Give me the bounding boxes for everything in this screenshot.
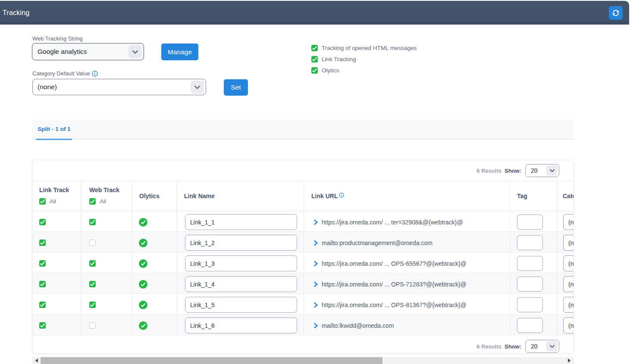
category-default-value-select[interactable]: (none) <box>32 79 206 95</box>
tag-input[interactable] <box>517 235 543 250</box>
link-name-input[interactable] <box>185 276 297 292</box>
cell-olytics <box>132 294 177 314</box>
tab-split[interactable]: Split - 1 of 1 <box>36 119 72 140</box>
link-track-all-checkbox[interactable] <box>39 198 46 205</box>
chevron-right-icon[interactable] <box>313 240 318 246</box>
category-value: (none) <box>568 260 574 267</box>
link-tracking-checkbox[interactable] <box>311 56 318 62</box>
category-default-value-label-text: Category Default Value <box>32 70 90 77</box>
web-track-checkbox[interactable] <box>89 281 96 287</box>
tag-input[interactable] <box>517 277 543 292</box>
olytics-check-badge[interactable] <box>139 280 147 289</box>
link-track-checkbox[interactable] <box>39 322 46 329</box>
web-tracking-string-select[interactable]: Google analytics <box>32 43 144 60</box>
cell-link-track <box>32 294 81 314</box>
table-row: https://jira.omeda.com/ ... OPS-65567?@{… <box>32 252 574 273</box>
tag-input[interactable] <box>517 318 543 333</box>
check-icon <box>40 282 45 286</box>
category-select[interactable]: (none) <box>563 255 574 271</box>
olytics-check-badge[interactable] <box>139 259 147 268</box>
option-tracking-opened: Tracking of opened HTML messages <box>311 44 417 51</box>
check-icon <box>141 303 146 307</box>
link-name-input[interactable] <box>185 235 297 251</box>
scroll-right-arrow[interactable] <box>566 357 573 364</box>
olytics-check-badge[interactable] <box>139 301 147 309</box>
link-track-checkbox[interactable] <box>39 260 46 267</box>
scrollbar-thumb[interactable] <box>41 357 382 364</box>
olytics-check-badge[interactable] <box>139 218 147 227</box>
page-title: Tracking <box>3 1 29 25</box>
chevron-right-icon[interactable] <box>313 302 318 308</box>
chevron-right-icon[interactable] <box>313 323 318 329</box>
results-count: 6 Results <box>476 343 501 350</box>
web-track-checkbox[interactable] <box>89 322 96 329</box>
option-olytics: Olytics <box>311 67 417 74</box>
check-icon <box>40 240 45 245</box>
category-select[interactable]: (none) <box>563 214 574 230</box>
web-track-checkbox[interactable] <box>89 219 96 225</box>
web-track-checkbox[interactable] <box>89 302 96 308</box>
cell-web-track <box>81 232 132 252</box>
web-track-all-checkbox[interactable] <box>89 198 96 205</box>
check-icon <box>312 46 317 50</box>
manage-button[interactable]: Manage <box>161 44 198 60</box>
link-track-checkbox[interactable] <box>39 219 46 225</box>
category-select[interactable]: (none) <box>563 235 574 251</box>
table-row: https://jira.omeda.com/ ... OPS-71283?@{… <box>32 273 574 294</box>
cell-link-track <box>32 211 81 231</box>
check-icon <box>90 282 95 286</box>
link-name-input[interactable] <box>185 214 297 230</box>
cell-link-url: mailto:lkwidd@omeda.com <box>304 314 511 335</box>
category-select[interactable]: (none) <box>563 317 574 333</box>
web-track-checkbox[interactable] <box>89 260 96 267</box>
cell-tag <box>511 252 558 273</box>
link-name-input[interactable] <box>185 255 297 271</box>
info-icon[interactable] <box>339 193 344 198</box>
refresh-button[interactable] <box>609 6 623 20</box>
column-header-link-name: Link Name <box>177 181 304 211</box>
category-select[interactable]: (none) <box>563 276 574 292</box>
column-label: Web Track <box>89 187 119 193</box>
check-icon <box>312 68 317 73</box>
link-track-checkbox[interactable] <box>39 281 46 287</box>
cell-link-name <box>177 314 304 335</box>
tag-input[interactable] <box>517 297 543 312</box>
cell-link-track <box>32 273 81 293</box>
link-name-input[interactable] <box>185 317 297 333</box>
web-track-checkbox[interactable] <box>89 240 96 246</box>
link-track-checkbox[interactable] <box>39 302 46 308</box>
chevron-right-icon[interactable] <box>313 261 318 267</box>
column-header-tag: Tag <box>511 181 558 211</box>
olytics-checkbox[interactable] <box>311 67 318 74</box>
tag-input[interactable] <box>517 256 543 271</box>
cell-link-name <box>177 252 304 273</box>
chevron-right-icon[interactable] <box>313 281 318 287</box>
set-button[interactable]: Set <box>224 79 248 96</box>
link-name-input[interactable] <box>185 297 297 313</box>
check-icon <box>312 57 317 62</box>
cell-link-name <box>177 211 304 231</box>
tracking-opened-checkbox[interactable] <box>311 45 318 51</box>
chevron-right-icon[interactable] <box>313 219 318 225</box>
link-track-checkbox[interactable] <box>39 240 46 246</box>
category-value: (none) <box>568 240 574 246</box>
option-label: Olytics <box>322 67 339 74</box>
cell-link-track <box>32 232 81 252</box>
check-icon <box>40 261 45 266</box>
cell-link-url: https://jira.omeda.com/ ... OPS-71283?@{… <box>304 273 511 293</box>
cell-category: (none) <box>558 252 574 273</box>
chevron-down-icon <box>546 341 558 352</box>
show-select-bottom[interactable]: 20 <box>525 340 559 353</box>
scroll-left-arrow[interactable] <box>33 357 40 364</box>
category-value: (none) <box>568 219 574 226</box>
cell-link-url: mailto:productmanagement@omeda.com <box>304 232 511 252</box>
tag-input[interactable] <box>517 215 543 230</box>
category-select[interactable]: (none) <box>563 297 574 313</box>
cell-web-track <box>81 273 132 293</box>
olytics-check-badge[interactable] <box>139 239 147 247</box>
column-label: Link URL <box>311 193 510 199</box>
olytics-check-badge[interactable] <box>139 321 147 330</box>
results-count: 6 Results <box>476 168 501 174</box>
horizontal-scrollbar[interactable] <box>32 357 574 364</box>
show-select-top[interactable]: 20 <box>525 164 559 177</box>
